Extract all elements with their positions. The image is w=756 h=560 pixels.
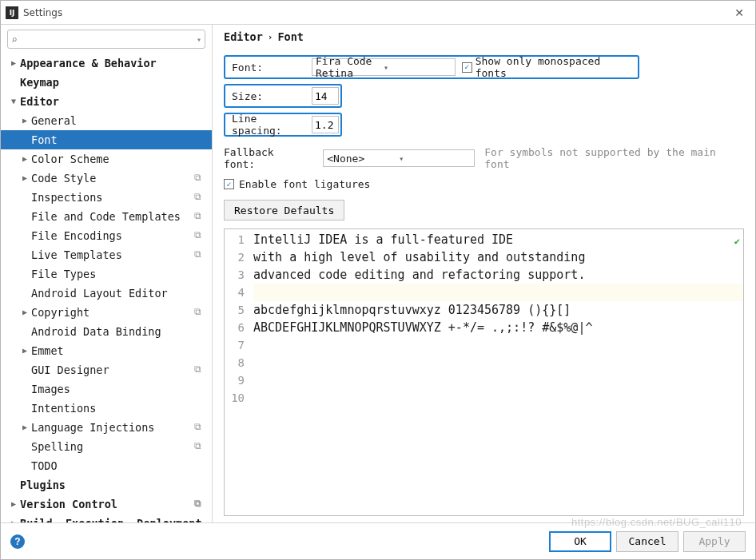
checkbox-checked-icon: ✓: [224, 179, 234, 189]
window-title: Settings: [23, 7, 62, 18]
tree-item[interactable]: ▶Appearance & Behavior: [1, 54, 212, 73]
tree-item[interactable]: Plugins: [1, 475, 212, 494]
tree-item[interactable]: Spelling⧉: [1, 437, 212, 456]
tree-item[interactable]: Inspections⧉: [1, 188, 212, 207]
help-icon[interactable]: ?: [10, 534, 25, 549]
font-combo[interactable]: Fira Code Retina ▾: [312, 58, 456, 76]
left-panel: ⌕ ▾ ▶Appearance & BehaviorKeymap▼Editor▶…: [1, 25, 213, 522]
chevron-right-icon[interactable]: ▶: [20, 116, 30, 125]
chevron-down-icon[interactable]: ▼: [9, 97, 18, 105]
line-spacing-field-group: Line spacing:: [224, 113, 342, 137]
chevron-right-icon[interactable]: ▶: [9, 518, 18, 523]
chevron-right-icon[interactable]: ▶: [9, 58, 18, 67]
tree-item-label: Spelling: [31, 440, 83, 453]
preview-line: ABCDEFGHIJKLMNOPQRSTUVWXYZ +-*/= .,;:!? …: [253, 319, 743, 336]
preview-line: [253, 354, 743, 371]
fallback-font-value: <None>: [327, 153, 399, 165]
right-panel: Editor › Font Font: Fira Code Retina ▾ ✓…: [213, 25, 755, 522]
ligatures-checkbox[interactable]: ✓ Enable font ligatures: [224, 178, 744, 190]
tree-item-label: Version Control: [20, 498, 117, 510]
tree-item-label: Editor: [20, 95, 59, 108]
tree-item[interactable]: Intentions: [1, 399, 212, 418]
tree-item-label: File and Code Templates: [31, 210, 181, 223]
breadcrumb-root[interactable]: Editor: [224, 30, 263, 43]
tree-item[interactable]: TODO: [1, 456, 212, 475]
monospace-only-checkbox[interactable]: ✓ Show only monospaced fonts: [459, 55, 638, 79]
ok-button[interactable]: OK: [549, 531, 611, 552]
tree-item-label: Appearance & Behavior: [20, 57, 157, 70]
chevron-right-icon[interactable]: ▶: [20, 308, 30, 316]
scope-icon: ⧉: [194, 229, 205, 240]
search-input[interactable]: [19, 34, 197, 46]
chevron-right-icon[interactable]: ▶: [20, 423, 30, 431]
preview-line: IntelliJ IDEA is a full-featured IDE: [253, 231, 743, 248]
scope-icon: ⧉: [194, 498, 205, 509]
cancel-button[interactable]: Cancel: [616, 531, 678, 552]
checkbox-checked-icon: ✓: [462, 62, 472, 73]
tree-item[interactable]: File Encodings⧉: [1, 226, 212, 245]
preview-code: ✔ IntelliJ IDEA is a full-featured IDEwi…: [250, 229, 743, 515]
tree-item[interactable]: ▶Code Style⧉: [1, 169, 212, 188]
gutter-line-number: 3: [225, 266, 245, 284]
tree-item[interactable]: ▶Version Control⧉: [1, 494, 212, 514]
ligatures-label: Enable font ligatures: [239, 178, 370, 190]
search-dropdown-icon[interactable]: ▾: [197, 35, 201, 44]
chevron-down-icon: ▾: [384, 63, 452, 72]
font-preview: 12345678910 ✔ IntelliJ IDEA is a full-fe…: [224, 228, 744, 516]
tree-item-label: File Encodings: [31, 229, 122, 242]
scope-icon: ⧉: [194, 440, 205, 451]
chevron-right-icon[interactable]: ▶: [20, 154, 30, 163]
chevron-right-icon[interactable]: ▶: [20, 346, 30, 355]
close-icon[interactable]: ✕: [731, 5, 747, 21]
scope-icon: ⧉: [194, 172, 205, 183]
chevron-right-icon[interactable]: ▶: [9, 499, 18, 508]
tree-item[interactable]: File and Code Templates⧉: [1, 207, 212, 226]
tree-item[interactable]: ▶Build, Execution, Deployment: [1, 514, 212, 522]
tree-item[interactable]: ▶General: [1, 111, 212, 130]
chevron-right-icon[interactable]: ▶: [20, 173, 30, 182]
apply-button[interactable]: Apply: [683, 531, 746, 552]
fallback-font-label: Fallback font:: [224, 146, 316, 170]
tree-item[interactable]: ▶Copyright⧉: [1, 303, 212, 322]
tree-item[interactable]: GUI Designer⧉: [1, 360, 212, 379]
tree-item[interactable]: ▶Emmet: [1, 341, 212, 360]
settings-tree[interactable]: ▶Appearance & BehaviorKeymap▼Editor▶Gene…: [1, 52, 212, 522]
scope-icon: ⧉: [194, 306, 205, 317]
tree-item[interactable]: ▶Language Injections⧉: [1, 418, 212, 437]
size-input[interactable]: [312, 87, 339, 105]
main-area: ⌕ ▾ ▶Appearance & BehaviorKeymap▼Editor▶…: [1, 25, 755, 522]
gutter-line-number: 6: [225, 319, 245, 336]
preview-line: advanced code editing and refactoring su…: [253, 266, 743, 284]
gutter-line-number: 8: [225, 354, 245, 371]
tree-item-label: Build, Execution, Deployment: [20, 517, 202, 522]
tree-item[interactable]: Font: [1, 130, 212, 149]
gutter-line-number: 10: [225, 389, 245, 407]
tree-item-label: General: [31, 114, 77, 127]
tree-item[interactable]: Images: [1, 379, 212, 399]
tree-item[interactable]: Keymap: [1, 73, 212, 92]
search-icon: ⌕: [11, 34, 18, 46]
restore-defaults-button[interactable]: Restore Defaults: [224, 200, 344, 220]
chevron-down-icon: ▾: [399, 154, 471, 163]
tree-item[interactable]: ▼Editor: [1, 92, 212, 111]
tree-item-label: Emmet: [31, 344, 64, 357]
preview-line: [253, 371, 743, 389]
tree-item[interactable]: Live Templates⧉: [1, 245, 212, 264]
tree-item-label: Language Injections: [31, 421, 154, 434]
title-bar: IJ Settings ✕: [1, 1, 755, 25]
tree-item[interactable]: File Types: [1, 264, 212, 284]
tree-item[interactable]: Android Layout Editor: [1, 284, 212, 303]
fallback-hint: For symbols not supported by the main fo…: [484, 146, 744, 170]
breadcrumb-leaf: Font: [277, 30, 304, 43]
tree-item-label: GUI Designer: [31, 363, 109, 376]
gutter-line-number: 9: [225, 371, 245, 389]
fallback-font-combo[interactable]: <None> ▾: [323, 149, 475, 167]
tree-item[interactable]: ▶Color Scheme: [1, 149, 212, 169]
preview-line: [253, 389, 743, 407]
search-box[interactable]: ⌕ ▾: [7, 30, 205, 49]
tree-item-label: Keymap: [20, 76, 59, 89]
line-spacing-input[interactable]: [312, 116, 339, 133]
preview-gutter: 12345678910: [225, 229, 250, 515]
tree-item[interactable]: Android Data Binding: [1, 322, 212, 341]
tree-item-label: Code Style: [31, 172, 96, 185]
